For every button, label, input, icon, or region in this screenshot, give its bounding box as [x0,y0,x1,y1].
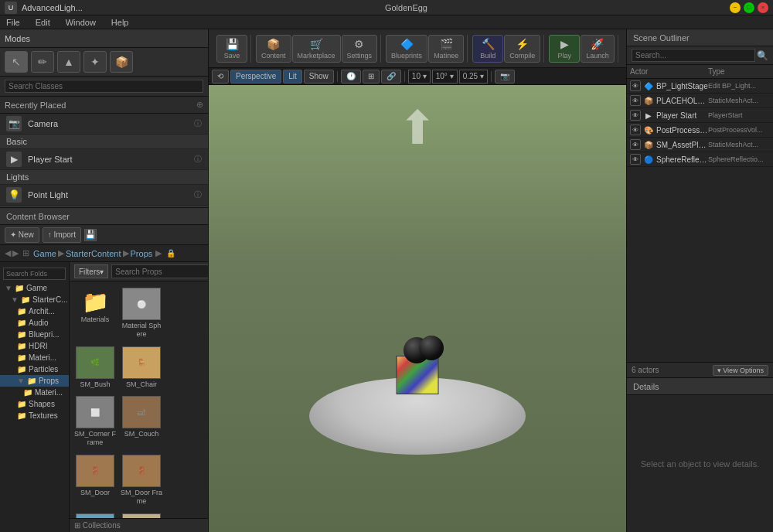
minimize-button[interactable]: − [730,2,741,13]
menu-file[interactable]: File [3,18,23,27]
cb-folder-materials[interactable]: 📁 Materials [73,285,117,342]
search-classes-input[interactable] [5,80,203,93]
cb-path-game[interactable]: Game [33,249,56,258]
launch-button[interactable]: 🚀 Launch [581,35,615,63]
visibility-toggle[interactable]: 👁 [630,95,641,106]
tree-shapes[interactable]: 📁 Shapes [0,398,69,410]
vt-realtime-button[interactable]: 🕐 [341,70,361,84]
vt-rotation: 10° ▾ [432,70,458,84]
cb-file-sm-door-frame[interactable]: 🚪 SM_Door Frame [119,452,164,509]
vt-snap-button[interactable]: 🔗 [381,70,401,84]
arrow-tool[interactable]: ▲ [57,51,80,73]
cb-path-expand[interactable]: ▶ [155,248,162,258]
box-tool[interactable]: 📦 [110,51,133,73]
cb-lock-button[interactable]: 🔒 [166,249,175,257]
visibility-toggle[interactable]: 👁 [630,110,641,121]
outliner-row-sphere-capture[interactable]: 👁 🔵 SphereReflectionCapture1 SphereRefle… [627,152,773,167]
content-browser-title: Content Browser [6,212,70,221]
vt-sep3 [491,71,492,82]
content-browser: Content Browser ✦ New ↑ Import 💾 ◀ ▶ ⊞ G… [0,207,208,532]
place-item-player-start[interactable]: ▶ Player Start ⓘ [0,149,208,170]
category-lights[interactable]: Lights [0,170,208,185]
pencil-tool[interactable]: ✏ [31,51,54,73]
show-button[interactable]: Show [304,70,334,84]
cb-new-button[interactable]: ✦ New [5,227,39,243]
outliner-search-input[interactable] [632,49,755,62]
cb-file-sm-couch[interactable]: 🛋 SM_Couch [119,393,164,450]
outliner-row-player-start[interactable]: 👁 ▶ Player Start PlayerStart [627,108,773,123]
perspective-button[interactable]: Perspective [230,70,281,84]
tree-props-materials[interactable]: 📁 Materi... [0,387,69,398]
compile-button[interactable]: ⚡ Compile [504,35,540,63]
build-button[interactable]: 🔨 Build [472,35,503,63]
cb-file-sm-bush[interactable]: 🌿 SM_Bush [73,343,117,392]
cb-file-sm-door[interactable]: 🚪 SM_Door [73,452,117,509]
lit-button[interactable]: Lit [283,70,302,84]
cb-filters-button[interactable]: Filters▾ [74,264,108,278]
actor-type: PlayerStart [708,111,770,119]
category-basic[interactable]: Basic [0,135,208,149]
recently-placed-header: Recently Placed ⊕ [0,97,208,114]
vt-transform-button[interactable]: ⟲ [212,70,229,84]
tree-props[interactable]: ▼📁 Props [0,375,69,387]
cb-path-starter-content[interactable]: StarterContent [66,249,121,258]
cb-back-button[interactable]: ◀ [5,248,11,258]
outliner-row-post-process[interactable]: 👁 🎨 PostProcessVolume1 PostProcessVol... [627,123,773,138]
cb-save-button[interactable]: 💾 [84,229,97,241]
menu-window[interactable]: Window [63,18,99,27]
vt-camera-button[interactable]: 📷 [495,70,515,84]
cb-collections-bar[interactable]: ⊞ Collections [70,518,208,532]
vt-sep2 [404,71,405,82]
tree-audio[interactable]: 📁 Audio [0,317,69,329]
cb-search-input[interactable] [111,264,208,278]
place-item-camera[interactable]: 📷 Camera ⓘ [0,114,208,135]
titlebar-title: AdvancedLigh... [22,3,83,12]
close-button[interactable]: × [758,2,768,13]
settings-button[interactable]: ⚙ Settings [342,35,378,63]
outliner-row-placeholder[interactable]: 👁 📦 PLACEHOLDER MESH StaticMeshAct... [627,94,773,108]
window-controls: − □ × [730,2,768,13]
actor-icon: 📦 [643,95,654,106]
vt-grid-size: 10 ▾ [408,70,431,84]
menu-edit[interactable]: Edit [32,18,53,27]
outliner-row-asset-platform[interactable]: 👁 📦 SM_AssetPlatform StaticMeshAct... [627,138,773,152]
viewport[interactable]: ⬆ [209,85,626,532]
cb-file-sm-glass-window[interactable]: 🪟 SM_Glass Window [73,510,117,518]
hand-tool[interactable]: ✦ [83,51,107,73]
save-button[interactable]: 💾 Save [216,35,247,63]
tree-materials[interactable]: 📁 Materi... [0,352,69,363]
visibility-toggle[interactable]: 👁 [630,80,641,91]
file-name: SM_Corner Frame [74,430,116,447]
tree-architecture[interactable]: 📁 Archit... [0,305,69,317]
play-button[interactable]: ▶ Play [549,35,580,63]
matinee-button[interactable]: 🎬 Matinee [428,35,464,63]
cb-path-props[interactable]: Props [131,249,153,258]
cb-file-sm-corner-frame[interactable]: ⬜ SM_Corner Frame [73,393,117,450]
view-options-button[interactable]: ▾ View Options [713,365,768,376]
blueprints-button[interactable]: 🔷 Blueprints [386,35,427,63]
maximize-button[interactable]: □ [744,2,754,13]
visibility-toggle[interactable]: 👁 [630,139,641,150]
cb-forward-button[interactable]: ▶ [12,248,19,258]
outliner-row-bp-lightstage[interactable]: 👁 🔷 BP_LightStage Edit BP_Light... [627,79,773,94]
cb-file-material-sphere[interactable]: ⚪ Material Sphere [119,285,164,342]
tree-game[interactable]: ▼📁 Game [0,282,69,294]
cb-file-sm-chair[interactable]: 🪑 SM_Chair [119,343,164,392]
content-button[interactable]: 📦 Content [256,35,291,63]
tree-hdri[interactable]: 📁 HDRI [0,340,69,352]
menu-help[interactable]: Help [108,18,132,27]
cb-import-button[interactable]: ↑ Import [43,227,81,243]
tree-blueprints[interactable]: 📁 Bluepri... [0,329,69,340]
tree-particles[interactable]: 📁 Particles [0,363,69,375]
visibility-toggle[interactable]: 👁 [630,124,641,135]
cb-file-sm-lamp-ceiling[interactable]: 💡 SM_Lamp_ Ceiling [119,510,164,518]
file-name: SM_Couch [124,430,159,438]
search-folders-input[interactable] [3,268,66,280]
select-tool[interactable]: ↖ [5,51,28,73]
visibility-toggle[interactable]: 👁 [630,154,641,165]
tree-textures[interactable]: 📁 Textures [0,410,69,421]
vt-grid-button[interactable]: ⊞ [363,70,380,84]
marketplace-button[interactable]: 🛒 Marketplace [292,35,341,63]
tree-starter-content[interactable]: ▼📁 StarterC... [0,294,69,305]
place-item-point-light[interactable]: 💡 Point Light ⓘ [0,185,208,206]
